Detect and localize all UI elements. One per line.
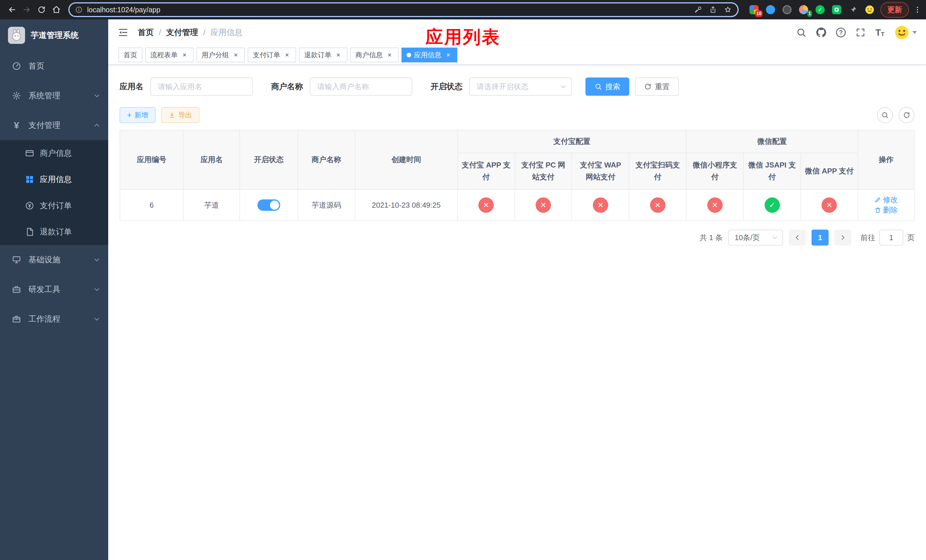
- extension-chat-icon[interactable]: [831, 5, 842, 15]
- server-icon: [11, 255, 22, 264]
- bookmark-star-icon[interactable]: [724, 6, 732, 14]
- home-button[interactable]: [49, 2, 64, 17]
- extension-dark-icon[interactable]: [782, 5, 792, 15]
- close-icon[interactable]: ×: [180, 51, 189, 59]
- sidebar-item-app-info[interactable]: 应用信息: [0, 166, 108, 192]
- cell-app-name: 芋道: [183, 189, 240, 221]
- extension-green-check-icon[interactable]: ✓: [815, 5, 825, 15]
- chevron-down-icon: [560, 83, 567, 90]
- export-button[interactable]: 导出: [161, 107, 199, 123]
- refresh-table-button[interactable]: [899, 107, 915, 123]
- tab-app-info[interactable]: 应用信息×: [401, 48, 457, 62]
- address-bar[interactable]: localhost:1024/pay/app: [68, 2, 738, 17]
- close-icon[interactable]: ×: [232, 51, 240, 59]
- reset-button[interactable]: 重置: [635, 77, 679, 96]
- sidebar-item-merchant-info[interactable]: 商户信息: [0, 140, 108, 166]
- sidebar-item-payment-orders[interactable]: 支付订单: [0, 192, 108, 219]
- edit-button[interactable]: 修改: [875, 195, 898, 205]
- sidebar-item-infrastructure[interactable]: 基础设施: [0, 245, 108, 275]
- extension-circle-icon[interactable]: 1: [799, 5, 809, 15]
- close-icon[interactable]: ×: [334, 51, 342, 59]
- sidebar-item-workflow[interactable]: 工作流程: [0, 304, 108, 334]
- page-title: 应用列表: [425, 25, 501, 49]
- tab-refund-orders[interactable]: 退款订单×: [299, 48, 347, 62]
- table-row: 6 芋道 芋道源码 2021-10-23 08:49:25 ✕ ✕ ✕ ✕ ✕ …: [120, 189, 914, 221]
- chevron-down-icon: [94, 316, 100, 322]
- search-icon: [595, 83, 602, 90]
- extension-grid-icon[interactable]: 10: [749, 5, 759, 15]
- download-icon: [169, 112, 176, 118]
- gear-icon: [11, 91, 22, 100]
- sidebar-item-system[interactable]: 系统管理: [0, 81, 108, 110]
- sidebar-item-home[interactable]: 首页: [0, 51, 108, 81]
- close-icon[interactable]: ×: [444, 51, 452, 59]
- sidebar: 芋道管理系统 首页 系统管理 ¥ 支付管理 商户信息 应用信息: [0, 20, 108, 560]
- sidebar-item-payment[interactable]: ¥ 支付管理: [0, 110, 108, 140]
- alipay-pc-status-icon: ✕: [536, 197, 551, 213]
- status-toggle[interactable]: [257, 200, 280, 211]
- tab-process-form[interactable]: 流程表单×: [145, 48, 194, 62]
- url-text: localhost:1024/pay/app: [87, 6, 694, 14]
- next-page-button[interactable]: [834, 230, 851, 245]
- column-header: 支付宝 WAP 网站支付: [572, 153, 629, 189]
- top-navbar: 首页 / 支付管理 / 应用信息 ? TT: [108, 20, 926, 45]
- site-info-icon[interactable]: [75, 6, 83, 14]
- app-name-input[interactable]: [150, 77, 253, 96]
- breadcrumb-home[interactable]: 首页: [138, 27, 154, 38]
- goto-prefix: 前往: [861, 233, 875, 243]
- column-header: 支付宝 APP 支付: [458, 153, 515, 189]
- browser-menu-icon[interactable]: [914, 6, 921, 14]
- refresh-icon: [644, 83, 652, 90]
- back-button[interactable]: [5, 2, 20, 17]
- column-header: 操作: [858, 130, 914, 189]
- status-label: 开启状态: [431, 81, 462, 92]
- sidebar-fold-icon[interactable]: [117, 27, 129, 38]
- font-size-icon[interactable]: TT: [875, 28, 884, 37]
- wx-mini-status-icon: ✕: [707, 197, 723, 213]
- delete-button[interactable]: 删除: [875, 205, 898, 215]
- merchant-name-input[interactable]: [310, 77, 412, 96]
- group-header-alipay: 支付宝配置: [458, 130, 687, 153]
- browser-update-button[interactable]: 更新: [881, 2, 909, 18]
- goto-page-input[interactable]: [879, 230, 903, 245]
- fullscreen-icon[interactable]: [855, 27, 865, 38]
- toggle-search-button[interactable]: [877, 107, 893, 123]
- github-icon[interactable]: [816, 27, 826, 38]
- filter-form: 应用名 商户名称 开启状态 请选择开启状态 搜索 重置: [120, 77, 915, 96]
- share-icon[interactable]: [709, 6, 717, 14]
- sidebar-item-dev-tools[interactable]: 研发工具: [0, 275, 108, 304]
- extension-pin-icon[interactable]: [848, 5, 858, 15]
- payment-submenu: 商户信息 应用信息 支付订单 退款订单: [0, 140, 108, 245]
- page-size-select[interactable]: 10条/页: [728, 230, 783, 245]
- header-search-icon[interactable]: [796, 27, 806, 38]
- user-avatar[interactable]: [894, 25, 917, 40]
- chevron-right-icon: [840, 234, 846, 241]
- tab-merchant-info[interactable]: 商户信息×: [350, 48, 399, 62]
- app-logo: [8, 27, 25, 44]
- browser-toolbar: localhost:1024/pay/app 10 1 ✓ 更新: [0, 0, 926, 20]
- close-icon[interactable]: ×: [283, 51, 291, 59]
- breadcrumb-payment[interactable]: 支付管理: [166, 27, 198, 38]
- app-logo-row[interactable]: 芋道管理系统: [0, 20, 108, 51]
- prev-page-button[interactable]: [789, 230, 806, 245]
- tab-user-group[interactable]: 用户分组×: [197, 48, 245, 62]
- page-number-button[interactable]: 1: [811, 230, 829, 245]
- search-icon: [881, 111, 889, 119]
- alipay-app-status-icon: ✕: [478, 197, 494, 213]
- profile-avatar-icon[interactable]: [864, 5, 875, 15]
- add-button[interactable]: +新增: [120, 107, 156, 123]
- extension-drop-icon[interactable]: [766, 5, 776, 15]
- password-key-icon[interactable]: [694, 6, 702, 14]
- forward-button[interactable]: [20, 2, 34, 17]
- close-icon[interactable]: ×: [386, 51, 393, 59]
- tab-home[interactable]: 首页: [118, 48, 142, 62]
- wx-jsapi-status-icon: ✓: [764, 197, 780, 213]
- help-icon[interactable]: ?: [836, 28, 846, 37]
- search-button[interactable]: 搜索: [586, 77, 629, 96]
- status-select[interactable]: 请选择开启状态: [469, 77, 572, 96]
- pencil-icon: [875, 196, 881, 203]
- reload-button[interactable]: [34, 2, 49, 17]
- tab-payment-orders[interactable]: 支付订单×: [248, 48, 296, 62]
- sidebar-item-refund-orders[interactable]: 退款订单: [0, 219, 108, 245]
- yen-icon: ¥: [11, 121, 22, 130]
